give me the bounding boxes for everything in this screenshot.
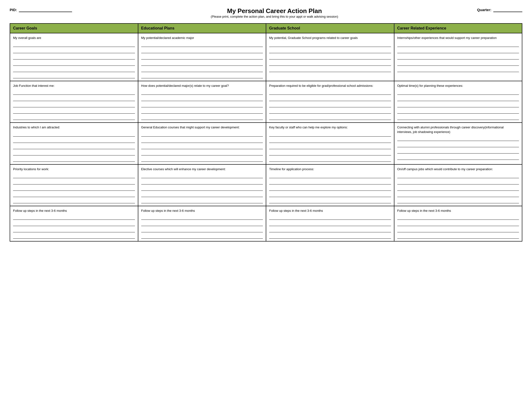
write-lines-r3-c1: [141, 174, 263, 203]
write-line: [13, 55, 135, 59]
table-row-2: Industries to which I am attracted:Gener…: [10, 122, 522, 164]
write-line: [13, 68, 135, 72]
write-line: [397, 234, 519, 239]
write-line: [397, 215, 519, 220]
write-line: [141, 109, 263, 114]
write-line: [397, 174, 519, 178]
write-lines-r1-c0: [13, 90, 135, 120]
write-lines-r4-c3: [397, 215, 519, 239]
table-cell-r2-c3: Connecting with alumni professionals thr…: [394, 122, 522, 164]
write-lines-r0-c1: [141, 43, 263, 78]
quarter-label: Quarter:: [477, 8, 491, 12]
cell-label-r0-c0: My overall goals are: [13, 36, 135, 40]
table-cell-r0-c1: My potential/declared academic major: [138, 33, 266, 81]
write-line: [141, 49, 263, 53]
quarter-section: Quarter:: [455, 7, 522, 12]
write-line: [13, 116, 135, 120]
write-line: [269, 199, 391, 203]
write-lines-r4-c2: [269, 215, 391, 239]
main-table: Career GoalsEducational PlansGraduate Sc…: [10, 23, 522, 242]
page-header: PID: My Personal Career Action Plan (Ple…: [10, 7, 522, 18]
table-row-3: Priority locations for work:Elective cou…: [10, 164, 522, 206]
write-line: [397, 49, 519, 53]
write-line: [141, 234, 263, 239]
write-line: [269, 132, 391, 137]
column-header-career-related-experience: Career Related Experience: [394, 23, 522, 33]
write-line: [269, 157, 391, 162]
write-line: [269, 222, 391, 226]
write-lines-r4-c0: [13, 215, 135, 239]
write-line: [397, 43, 519, 47]
table-cell-r3-c2: Timeline for application process:: [266, 164, 394, 206]
write-lines-r2-c0: [13, 132, 135, 162]
write-line: [141, 74, 263, 78]
write-line: [269, 187, 391, 191]
write-line: [13, 215, 135, 220]
write-line: [141, 187, 263, 191]
write-lines-r1-c2: [269, 90, 391, 120]
write-line: [397, 68, 519, 72]
write-line: [269, 193, 391, 197]
write-line: [269, 97, 391, 101]
write-line: [13, 49, 135, 53]
write-line: [13, 61, 135, 66]
cell-label-r0-c3: Internships/other experiences that would…: [397, 36, 519, 40]
write-line: [13, 228, 135, 232]
page-title: My Personal Career Action Plan: [94, 7, 455, 15]
write-line: [13, 157, 135, 162]
cell-label-r2-c0: Industries to which I am attracted:: [13, 125, 135, 130]
write-line: [269, 228, 391, 232]
write-line: [141, 68, 263, 72]
write-line: [269, 109, 391, 114]
write-line: [269, 139, 391, 143]
cell-label-r0-c2: My potential, Graduate School programs r…: [269, 36, 391, 40]
write-line: [13, 103, 135, 107]
write-line: [269, 151, 391, 155]
write-line: [397, 228, 519, 232]
table-cell-r1-c0: Job Function that interest me:: [10, 81, 138, 122]
table-cell-r0-c3: Internships/other experiences that would…: [394, 33, 522, 81]
write-line: [269, 90, 391, 95]
write-line: [269, 215, 391, 220]
column-header-graduate-school: Graduate School: [266, 23, 394, 33]
write-line: [397, 90, 519, 95]
write-line: [269, 61, 391, 66]
table-cell-r0-c0: My overall goals are: [10, 33, 138, 81]
pid-label: PID:: [10, 8, 17, 12]
write-lines-r0-c2: [269, 43, 391, 72]
table-cell-r1-c3: Optimal time(s) for planning these exper…: [394, 81, 522, 122]
cell-label-r1-c2: Preparation required to be eligible for …: [269, 84, 391, 88]
write-line: [141, 157, 263, 162]
write-line: [397, 180, 519, 185]
write-line: [397, 222, 519, 226]
write-line: [13, 222, 135, 226]
write-lines-r2-c3: [397, 137, 519, 160]
write-line: [141, 97, 263, 101]
write-line: [141, 103, 263, 107]
cell-label-r4-c1: Follow up steps in the next 3-6 months: [141, 209, 263, 213]
table-cell-r3-c1: Elective courses which will enhance my c…: [138, 164, 266, 206]
write-line: [397, 61, 519, 66]
write-lines-r0-c0: [13, 43, 135, 78]
cell-label-r2-c1: General Education courses that might sup…: [141, 125, 263, 130]
write-line: [141, 199, 263, 203]
cell-label-r2-c3: Connecting with alumni professionals thr…: [397, 125, 519, 134]
write-lines-r2-c2: [269, 132, 391, 162]
write-line: [13, 74, 135, 78]
cell-label-r2-c2: Key faculty or staff who can help me exp…: [269, 125, 391, 130]
table-header-row: Career GoalsEducational PlansGraduate Sc…: [10, 23, 522, 33]
cell-label-r3-c2: Timeline for application process:: [269, 167, 391, 171]
write-lines-r3-c3: [397, 174, 519, 203]
write-lines-r3-c2: [269, 174, 391, 203]
write-lines-r4-c1: [141, 215, 263, 239]
write-line: [141, 222, 263, 226]
write-line: [141, 139, 263, 143]
write-line: [397, 103, 519, 107]
write-line: [397, 193, 519, 197]
table-cell-r2-c1: General Education courses that might sup…: [138, 122, 266, 164]
table-cell-r2-c0: Industries to which I am attracted:: [10, 122, 138, 164]
cell-label-r4-c3: Follow up steps in the next 3-6 months: [397, 209, 519, 213]
write-line: [13, 234, 135, 239]
write-line: [269, 116, 391, 120]
cell-label-r1-c0: Job Function that interest me:: [13, 84, 135, 88]
